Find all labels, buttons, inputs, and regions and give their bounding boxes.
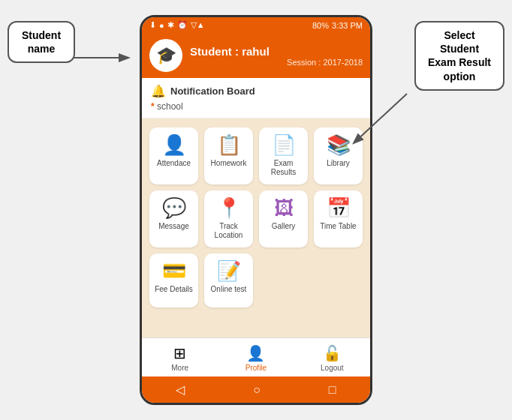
notification-icon: 🔔 [151, 84, 166, 98]
grid-item-track-location[interactable]: 📍 Track Location [204, 190, 253, 248]
time-table-label: Time Table [320, 222, 356, 231]
session-display: Session : 2017-2018 [190, 58, 363, 67]
track-location-icon: 📍 [217, 198, 241, 218]
time-display: 3:33 PM [332, 21, 363, 30]
library-label: Library [327, 159, 350, 168]
student-name-display: Student : rahul [190, 45, 363, 58]
student-name-value: rahul [242, 45, 270, 58]
track-location-label: Track Location [209, 222, 248, 240]
grid-item-homework[interactable]: 📋 Homework [204, 128, 253, 184]
grid-item-online-test[interactable]: 📝 Online test [204, 254, 253, 308]
header: 🎓 Student : rahul Session : 2017-2018 [142, 33, 370, 78]
exam-callout-text: Select Student Exam Result option [428, 29, 491, 82]
gallery-icon: 🖼 [274, 198, 294, 218]
more-label: More [171, 364, 188, 372]
session-value: 2017-2018 [323, 58, 363, 67]
grid-item-time-table[interactable]: 📅 Time Table [314, 190, 363, 248]
exam-results-label: Exam Results [264, 159, 303, 177]
student-arrow [74, 46, 134, 69]
svg-line-1 [354, 94, 407, 142]
back-button[interactable]: ◁ [176, 382, 185, 397]
message-icon: 💬 [162, 198, 186, 218]
notification-title-text: Notification Board [170, 86, 255, 97]
grid-item-fee-details[interactable]: 💳 Fee Details [149, 254, 198, 308]
main-content: 👤 Attendace 📋 Homework 📄 Exam Results 📚 … [142, 118, 370, 338]
grid-item-message[interactable]: 💬 Message [149, 190, 198, 248]
menu-grid: 👤 Attendace 📋 Homework 📄 Exam Results 📚 … [149, 128, 363, 308]
signal-icon: ▽▲ [191, 20, 205, 30]
attendance-icon: 👤 [162, 135, 186, 154]
bluetooth-icon: ✱ [167, 20, 174, 30]
homework-icon: 📋 [217, 135, 241, 154]
notification-board: 🔔 Notification Board school [142, 78, 370, 118]
online-test-icon: 📝 [217, 261, 241, 280]
phone-frame: ⬇ ● ✱ ⏰ ▽▲ 80% 3:33 PM 🎓 Student : rahul… [140, 15, 372, 405]
status-left-icons: ⬇ ● ✱ ⏰ ▽▲ [149, 20, 205, 30]
nav-item-profile[interactable]: 👤 Profile [218, 344, 294, 372]
nav-item-logout[interactable]: 🔓 Logout [294, 344, 370, 372]
alarm-icon: ⏰ [177, 20, 188, 30]
exam-arrow [347, 90, 414, 150]
avatar: 🎓 [149, 39, 182, 72]
android-nav: ◁ ○ □ [142, 376, 370, 403]
header-info: Student : rahul Session : 2017-2018 [190, 45, 363, 67]
time-table-icon: 📅 [327, 198, 351, 218]
exam-results-icon: 📄 [272, 135, 296, 154]
grid-item-exam-results[interactable]: 📄 Exam Results [259, 128, 308, 184]
profile-icon: 👤 [246, 344, 265, 362]
exam-result-callout: Select Student Exam Result option [414, 21, 504, 91]
attendance-label: Attendace [157, 159, 191, 168]
student-name-callout: Student name [8, 21, 75, 63]
grid-item-gallery[interactable]: 🖼 Gallery [259, 190, 308, 248]
grid-item-attendance[interactable]: 👤 Attendace [149, 128, 198, 184]
profile-label: Profile [245, 364, 267, 372]
logout-label: Logout [321, 364, 344, 372]
bottom-nav: ⊞ More 👤 Profile 🔓 Logout [142, 338, 370, 376]
more-icon: ⊞ [173, 344, 186, 362]
fee-details-label: Fee Details [155, 285, 193, 294]
notification-item: school [151, 101, 361, 112]
online-test-label: Online test [211, 285, 247, 294]
status-right-info: 80% 3:33 PM [312, 21, 363, 30]
download-icon: ⬇ [149, 20, 156, 30]
notification-title: 🔔 Notification Board [151, 84, 361, 98]
homework-label: Homework [211, 159, 247, 168]
home-button[interactable]: ○ [253, 383, 261, 397]
gallery-label: Gallery [272, 222, 296, 231]
student-prefix: Student : [190, 45, 242, 58]
session-prefix: Session : [287, 58, 323, 67]
message-label: Message [158, 222, 189, 231]
whatsapp-icon: ● [159, 21, 164, 30]
fee-details-icon: 💳 [162, 261, 186, 280]
battery-percent: 80% [312, 21, 329, 30]
student-callout-text: Student name [22, 29, 61, 55]
recent-button[interactable]: □ [329, 383, 336, 397]
nav-item-more[interactable]: ⊞ More [142, 344, 218, 372]
status-bar: ⬇ ● ✱ ⏰ ▽▲ 80% 3:33 PM [142, 17, 370, 33]
logout-icon: 🔓 [323, 344, 342, 362]
